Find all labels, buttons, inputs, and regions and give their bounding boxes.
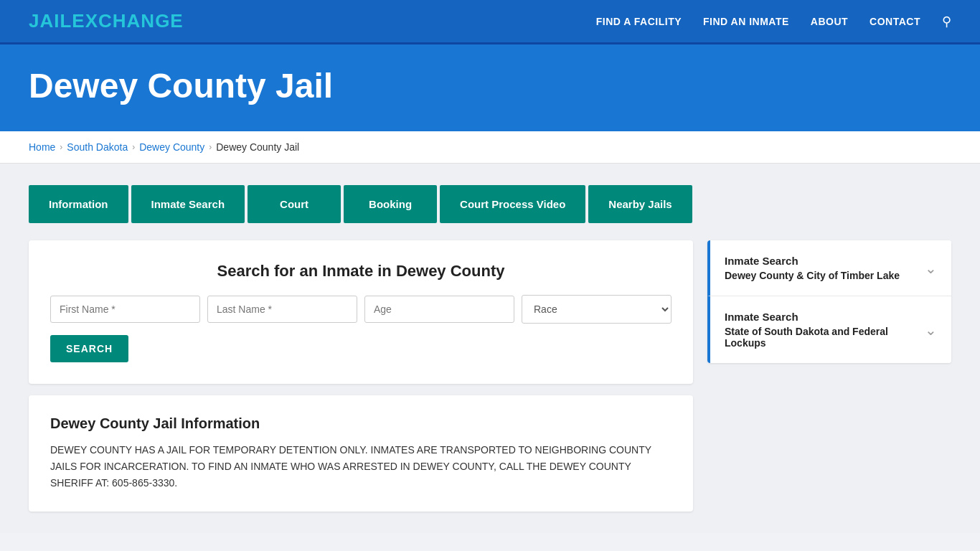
age-input[interactable] [364,296,514,323]
tab-information[interactable]: Information [29,185,128,223]
left-column: Search for an Inmate in Dewey County Rac… [29,240,693,512]
breadcrumb-bar: Home › South Dakota › Dewey County › Dew… [0,131,980,164]
search-card: Search for an Inmate in Dewey County Rac… [29,240,693,384]
sidebar-card: Inmate Search Dewey County & City of Tim… [707,240,951,363]
header-search-icon[interactable]: ⚲ [942,14,951,29]
logo-exchange: EXCHANGE [72,10,183,32]
nav-find-inmate[interactable]: FIND AN INMATE [703,16,789,27]
sidebar-item-dewey-inmate-search[interactable]: Inmate Search Dewey County & City of Tim… [707,240,951,296]
main-nav: FIND A FACILITY FIND AN INMATE ABOUT CON… [596,14,951,29]
last-name-input[interactable] [207,296,357,323]
breadcrumb: Home › South Dakota › Dewey County › Dew… [29,141,951,153]
sidebar-item-dewey-chevron-icon: ⌄ [925,260,937,277]
sidebar-item-dewey-subtitle: Dewey County & City of Timber Lake [725,270,900,281]
logo[interactable]: JAILEXCHANGE [29,10,184,32]
breadcrumb-dewey-county[interactable]: Dewey County [139,141,204,153]
search-button[interactable]: SEARCH [50,335,128,362]
sidebar-item-dewey-title: Inmate Search [725,255,900,267]
info-card: Dewey County Jail Information DEWEY COUN… [29,395,693,512]
hero-section: Dewey County Jail [0,44,980,131]
header: JAILEXCHANGE FIND A FACILITY FIND AN INM… [0,0,980,44]
nav-contact[interactable]: CONTACT [870,16,920,27]
search-form: Race White Black Hispanic Asian Native A… [50,295,672,324]
nav-about[interactable]: ABOUT [811,16,848,27]
page-title: Dewey County Jail [29,66,951,105]
sidebar-item-state-title: Inmate Search [725,311,925,323]
content-row: Search for an Inmate in Dewey County Rac… [29,240,951,512]
right-column: Inmate Search Dewey County & City of Tim… [707,240,951,363]
search-card-title: Search for an Inmate in Dewey County [50,262,672,281]
tab-bar: Information Inmate Search Court Booking … [29,185,951,223]
nav-find-facility[interactable]: FIND A FACILITY [596,16,682,27]
breadcrumb-chevron-2: › [132,142,135,152]
breadcrumb-home[interactable]: Home [29,141,55,153]
sidebar-item-state-chevron-icon: ⌄ [925,321,937,339]
first-name-input[interactable] [50,296,200,323]
info-card-body: DEWEY COUNTY HAS A JAIL FOR TEMPORARY DE… [50,442,672,491]
breadcrumb-south-dakota[interactable]: South Dakota [67,141,128,153]
tab-court-process-video[interactable]: Court Process Video [440,185,585,223]
breadcrumb-chevron-3: › [209,142,212,152]
info-card-title: Dewey County Jail Information [50,415,672,432]
sidebar-item-state-subtitle: State of South Dakota and Federal Lockup… [725,326,925,349]
tab-nearby-jails[interactable]: Nearby Jails [588,185,692,223]
tab-court[interactable]: Court [248,185,341,223]
tab-inmate-search[interactable]: Inmate Search [131,185,245,223]
race-select[interactable]: Race White Black Hispanic Asian Native A… [522,295,672,324]
breadcrumb-chevron-1: › [60,142,62,152]
logo-jail: JAIL [29,10,72,32]
breadcrumb-current: Dewey County Jail [216,141,299,153]
tab-booking[interactable]: Booking [344,185,437,223]
sidebar-item-state-inmate-search[interactable]: Inmate Search State of South Dakota and … [707,296,951,363]
main-area: Information Inmate Search Court Booking … [0,164,980,533]
